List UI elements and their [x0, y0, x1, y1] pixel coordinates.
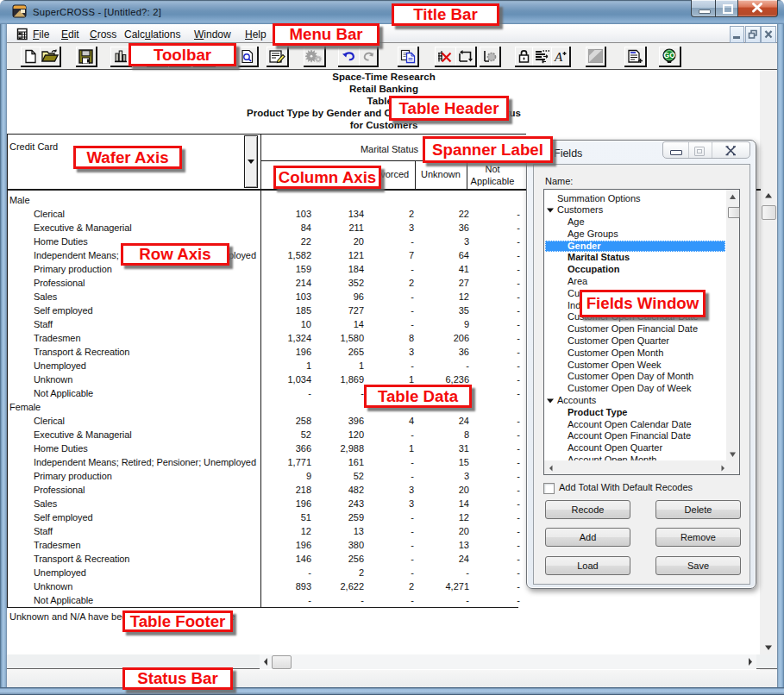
svg-text:GO: GO [664, 51, 676, 59]
svg-text:A: A [554, 50, 563, 63]
